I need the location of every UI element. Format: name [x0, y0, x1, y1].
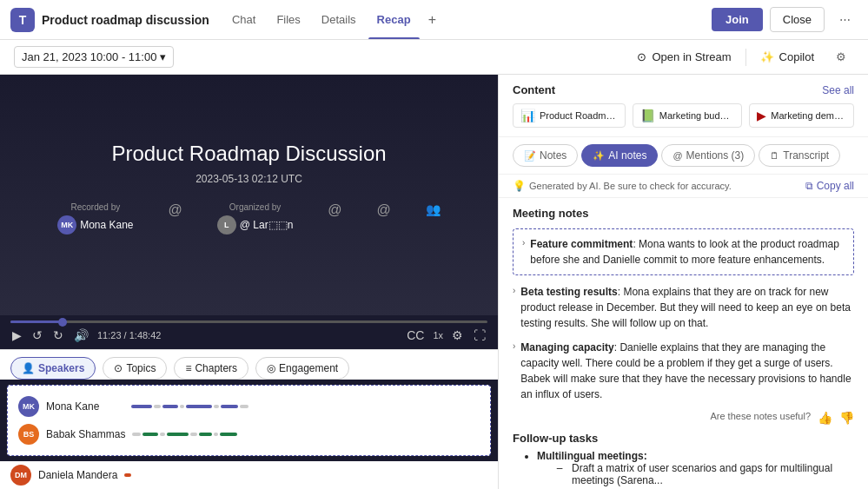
excel-icon: 📗 [640, 109, 655, 122]
app-icon: T [10, 8, 35, 32]
topics-tab[interactable]: ⊙ Topics [103, 357, 167, 380]
chevron-capacity: › [513, 341, 515, 351]
babak-avatar: BS [18, 424, 39, 445]
add-tab-icon[interactable]: + [423, 10, 441, 30]
content-card-excel[interactable]: 📗 Marketing budget... [633, 103, 742, 128]
date-selector[interactable]: Jan 21, 2023 10:00 - 11:00 ▾ [14, 46, 174, 68]
copilot-button[interactable]: ✨ Copilot [760, 50, 814, 63]
speaker-item-mona: MK Mona Kane [18, 393, 480, 420]
mona-bars [131, 405, 480, 408]
stream-icon: ⊙ [637, 50, 646, 63]
speaker-list: MK Mona Kane BS Babak Shammas [7, 385, 491, 456]
meeting-notes-title: Meeting notes [513, 207, 854, 220]
babak-bars [132, 433, 480, 436]
copilot-icon: ✨ [760, 50, 774, 63]
controls-row: ▶ ↺ ↻ 🔊 11:23 / 1:48:42 CC 1x ⚙ ⛶ [10, 327, 487, 344]
speed-label: 1x [433, 330, 443, 340]
engagement-icon: ◎ [267, 362, 275, 374]
followup-sub-item: Draft a matrix of user scenarios and gap… [568, 462, 854, 486]
ai-sparkle-icon: 💡 [513, 180, 526, 192]
followup-item-multilingual: Multilingual meetings: Draft a matrix of… [537, 450, 854, 486]
organized-by: Organized by L @ Lar⬚⬚n [217, 202, 294, 235]
content-header: Content See all [513, 83, 854, 96]
chevron-beta: › [513, 286, 515, 295]
ppt-icon: 📊 [520, 109, 535, 122]
at-icon-3: @ [377, 202, 391, 235]
ai-notes-icon: ✨ [593, 150, 605, 162]
note-text-beta: Beta testing results: Mona explains that… [520, 284, 854, 331]
video-meta: Recorded by MK Mona Kane @ Organized by … [57, 202, 441, 235]
tab-recap[interactable]: Recap [368, 10, 420, 30]
video-title: Product Roadmap Discussion [111, 142, 386, 166]
chapters-icon: ≡ [185, 362, 191, 374]
tab-chat[interactable]: Chat [223, 10, 264, 30]
settings-video-button[interactable]: ⚙ [450, 327, 465, 344]
video-date: 2023-05-13 02:12 UTC [195, 173, 302, 185]
second-bar: Jan 21, 2023 10:00 - 11:00 ▾ ⊙ Open in S… [0, 40, 868, 75]
mentions-icon: @ [673, 150, 682, 161]
speakers-tab[interactable]: 👤 Speakers [10, 357, 96, 380]
progress-fill [10, 320, 63, 323]
tab-details[interactable]: Details [313, 10, 365, 30]
at-icon-1: @ [169, 202, 182, 235]
engagement-tab[interactable]: ◎ Engagement [255, 357, 349, 380]
rewind-button[interactable]: ↺ [30, 327, 44, 344]
daniela-bars [124, 473, 487, 477]
tab-pills: 👤 Speakers ⊙ Topics ≡ Chapters ◎ Engagem… [10, 357, 487, 380]
daniela-avatar: DM [10, 465, 31, 486]
content-section: Content See all 📊 Product Roadmap... 📗 M… [499, 75, 868, 137]
second-bar-right: ⊙ Open in Stream ✨ Copilot ⚙ [637, 44, 854, 70]
settings-icon[interactable]: ⚙ [828, 44, 854, 70]
notes-content: Meeting notes › Feature commitment: Mona… [499, 198, 868, 489]
participants-icon: 👥 [426, 202, 441, 235]
thumbs-up-button[interactable]: 👍 [818, 411, 832, 425]
ai-notice-text: 💡 Generated by AI. Be sure to check for … [513, 180, 732, 192]
content-card-ppt[interactable]: 📊 Product Roadmap... [513, 103, 626, 128]
right-panel: Content See all 📊 Product Roadmap... 📗 M… [498, 75, 868, 489]
open-in-stream-button[interactable]: ⊙ Open in Stream [637, 50, 731, 63]
forward-button[interactable]: ↻ [51, 327, 65, 344]
close-button[interactable]: Close [770, 7, 825, 32]
progress-dot [58, 318, 67, 327]
transcript-tab[interactable]: 🗒 Transcript [759, 144, 840, 167]
mona-avatar: MK [18, 396, 39, 417]
ai-tabs: 📝 Notes ✨ AI notes @ Mentions (3) 🗒 Tran… [499, 137, 868, 175]
at-icon-2: @ [328, 202, 341, 235]
volume-button[interactable]: 🔊 [72, 327, 90, 344]
video-controls: ▶ ↺ ↻ 🔊 11:23 / 1:48:42 CC 1x ⚙ ⛶ [0, 315, 498, 349]
thumbs-down-button[interactable]: 👎 [839, 411, 854, 425]
captions-button[interactable]: CC [405, 327, 426, 344]
content-title: Content [513, 83, 555, 96]
chapters-tab[interactable]: ≡ Chapters [174, 357, 248, 380]
note-text-capacity: Managing capacity: Danielle explains tha… [520, 340, 854, 402]
mentions-tab[interactable]: @ Mentions (3) [661, 144, 755, 167]
copy-all-button[interactable]: ⧉ Copy all [805, 180, 854, 192]
content-cards: 📊 Product Roadmap... 📗 Marketing budget.… [513, 103, 854, 128]
progress-bar[interactable] [10, 320, 487, 323]
followup-sub-list: Draft a matrix of user scenarios and gap… [547, 462, 854, 486]
followup-list: Multilingual meetings: Draft a matrix of… [527, 450, 854, 486]
notes-tab[interactable]: 📝 Notes [513, 144, 578, 167]
meeting-title: Product roadmap discussion [42, 13, 209, 27]
time-display: 11:23 / 1:48:42 [97, 330, 161, 340]
tab-files[interactable]: Files [268, 10, 308, 30]
note-item-capacity: › Managing capacity: Danielle explains t… [513, 340, 854, 402]
recorded-by-avatar: MK [57, 215, 76, 235]
join-button[interactable]: Join [712, 8, 763, 31]
speaker-item-daniela: DM Daniela Mandera [0, 461, 498, 489]
note-item-feature: › Feature commitment: Mona wants to look… [513, 228, 854, 275]
speaker-tabs: 👤 Speakers ⊙ Topics ≡ Chapters ◎ Engagem… [0, 349, 498, 380]
ai-notice: 💡 Generated by AI. Be sure to check for … [499, 175, 868, 198]
nav-tabs: Chat Files Details Recap + [223, 10, 441, 30]
content-card-stream[interactable]: ▶ Marketing demo f... [749, 103, 854, 128]
copy-icon: ⧉ [805, 180, 813, 192]
note-item-beta: › Beta testing results: Mona explains th… [513, 284, 854, 331]
see-all-link[interactable]: See all [822, 84, 854, 96]
more-options-icon[interactable]: ⋯ [832, 7, 858, 33]
ai-notes-tab[interactable]: ✨ AI notes [581, 144, 658, 167]
topics-icon: ⊙ [114, 362, 123, 374]
play-button[interactable]: ▶ [10, 327, 23, 344]
fullscreen-button[interactable]: ⛶ [472, 327, 487, 344]
main-area: Product Roadmap Discussion 2023-05-13 02… [0, 75, 868, 489]
top-bar: T Product roadmap discussion Chat Files … [0, 0, 868, 40]
